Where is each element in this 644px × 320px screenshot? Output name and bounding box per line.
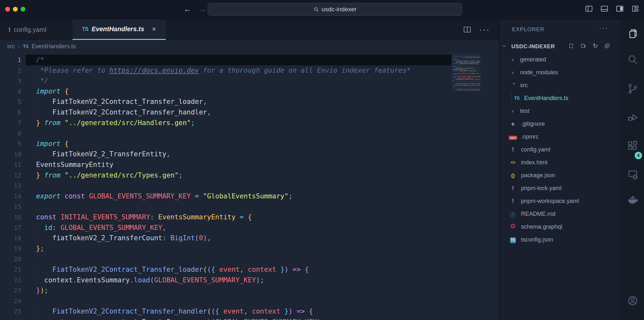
tree-item-label: generated xyxy=(520,56,546,63)
search-activity-icon[interactable] xyxy=(627,54,639,65)
toggle-panel-icon[interactable] xyxy=(600,5,609,13)
code-line[interactable]: 15 xyxy=(0,201,499,212)
code-line[interactable]: 21 FiatTokenV2_2Contract_Transfer_loader… xyxy=(0,264,499,275)
code-line[interactable]: 20 xyxy=(0,254,499,264)
close-window-button[interactable] xyxy=(5,7,10,12)
tree-indent-guide xyxy=(511,92,512,105)
code-line[interactable]: 6 FiatTokenV2_2Contract_Transfer_handler… xyxy=(0,107,499,118)
tab-label: EventHandlers.ts xyxy=(91,25,144,33)
editor-area: ! config.yaml TS EventHandlers.ts × ··· … xyxy=(0,19,499,320)
code-line[interactable]: 11EventsSummaryEntity xyxy=(0,160,499,170)
tree-item-package-json[interactable]: {}package.json xyxy=(500,169,621,182)
tree-item-src[interactable]: ›src xyxy=(500,79,621,92)
line-number: 21 xyxy=(0,264,21,275)
line-number: 6 xyxy=(0,107,21,118)
tree-item-config-yaml[interactable]: !config.yaml xyxy=(500,143,621,156)
line-number: 10 xyxy=(0,149,21,160)
collapse-folders-icon[interactable] xyxy=(604,43,610,49)
toggle-secondary-sidebar-icon[interactable] xyxy=(616,5,624,13)
toggle-primary-sidebar-icon[interactable] xyxy=(585,5,593,13)
tree-item-tsconfig-json[interactable]: TStsconfig.json xyxy=(500,233,621,246)
code-line[interactable]: 7} from "../generated/src/Handlers.gen"; xyxy=(0,118,499,128)
tree-item-generated[interactable]: ›generated xyxy=(500,53,621,66)
extensions-badge: 4 xyxy=(635,152,642,159)
extensions-activity-icon[interactable] xyxy=(627,140,639,151)
code-line[interactable]: 25 FiatTokenV2_2Contract_Transfer_handle… xyxy=(0,306,499,317)
tab-config-yaml[interactable]: ! config.yaml xyxy=(8,19,46,40)
explorer-activity-icon[interactable] xyxy=(627,28,639,40)
line-number: 11 xyxy=(0,160,21,170)
minimap[interactable]: /* *Please refer to https://docs.envio.d… xyxy=(451,53,480,91)
tree-item-pnpm-lock-yaml[interactable]: !pnpm-lock.yaml xyxy=(500,182,621,195)
code-line[interactable]: 17 id: GLOBAL_EVENTS_SUMMARY_KEY, xyxy=(0,223,499,233)
code-line[interactable]: 4import { xyxy=(0,86,499,97)
code-line[interactable]: 1/* xyxy=(0,55,499,65)
remote-explorer-activity-icon[interactable] xyxy=(627,169,639,180)
code-text: */ xyxy=(36,76,48,86)
code-line[interactable]: 10 FiatTokenV2_2_TransferEntity, xyxy=(0,149,499,160)
npm-icon: npm xyxy=(510,133,516,140)
docker-activity-icon[interactable] xyxy=(627,194,639,205)
code-line[interactable]: 14export const GLOBAL_EVENTS_SUMMARY_KEY… xyxy=(0,191,499,202)
chevron-right-icon: › xyxy=(512,56,517,63)
tree-item-label: EventHandlers.ts xyxy=(524,95,568,102)
tree-item-node-modules[interactable]: ›node_modules xyxy=(500,66,621,79)
code-line[interactable]: 9import { xyxy=(0,139,499,149)
code-text: FiatTokenV2_2Contract_Transfer_handler, xyxy=(36,107,211,118)
code-line[interactable]: 26 const summary = context.EventsSummary… xyxy=(0,317,499,320)
code-line[interactable]: 22 context.EventsSummary.load(GLOBAL_EVE… xyxy=(0,275,499,286)
tree-item-label: README.md xyxy=(521,211,555,217)
project-root-row[interactable]: › USDC-INDEXER ↻ xyxy=(500,41,621,53)
code-line[interactable]: 12} from "../generated/src/Types.gen"; xyxy=(0,170,499,181)
markdown-info-icon: i xyxy=(510,211,516,217)
editor-more-actions-icon[interactable]: ··· xyxy=(479,25,490,34)
explorer-more-actions-icon[interactable]: ··· xyxy=(599,24,608,32)
code-text: const summary = context.EventsSummary.ge… xyxy=(36,317,325,320)
breadcrumb-file[interactable]: EventHandlers.ts xyxy=(32,43,76,50)
source-control-activity-icon[interactable] xyxy=(627,83,639,95)
code-editor[interactable]: 1/*2 *Please refer to https://docs.envio… xyxy=(0,53,499,320)
new-file-icon[interactable] xyxy=(569,43,574,49)
minimize-window-button[interactable] xyxy=(13,7,18,12)
account-activity-icon[interactable] xyxy=(627,295,639,306)
tree-item-schema-graphql[interactable]: schema.graphql xyxy=(500,220,621,233)
split-editor-icon[interactable] xyxy=(463,26,471,33)
code-line[interactable]: 23}); xyxy=(0,285,499,296)
code-line[interactable]: 3 */ xyxy=(0,76,499,86)
line-number: 4 xyxy=(0,86,21,97)
activity-bar: 4 xyxy=(621,19,644,320)
run-debug-activity-icon[interactable] xyxy=(627,112,639,123)
tab-eventhandlers-ts[interactable]: TS EventHandlers.ts × xyxy=(72,19,166,40)
tree-item--npmrc[interactable]: npm.npmrc xyxy=(500,130,621,143)
line-number: 20 xyxy=(0,254,21,264)
tree-item--gitignore[interactable]: ◆.gitignore xyxy=(500,117,621,130)
code-line[interactable]: 16const INITIAL_EVENTS_SUMMARY: EventsSu… xyxy=(0,212,499,223)
code-line[interactable]: 13 xyxy=(0,180,499,191)
navigate-back-button[interactable]: ← xyxy=(184,5,191,14)
tree-item-readme-md[interactable]: iREADME.md xyxy=(500,207,621,220)
tsconfig-icon: TS xyxy=(510,237,516,243)
code-line[interactable]: 5 FiatTokenV2_2Contract_Transfer_loader, xyxy=(0,96,499,107)
code-line[interactable]: 24 xyxy=(0,296,499,306)
breadcrumb-separator: › xyxy=(18,43,20,49)
new-folder-icon[interactable] xyxy=(581,43,586,49)
close-tab-icon[interactable]: × xyxy=(152,25,156,33)
search-icon xyxy=(313,6,319,12)
code-line[interactable]: 2 *Please refer to https://docs.envio.de… xyxy=(0,65,499,76)
tree-item-pnpm-workspace-yaml[interactable]: !pnpm-workspace.yaml xyxy=(500,195,621,207)
zoom-window-button[interactable] xyxy=(21,7,25,12)
navigate-forward-button[interactable]: → xyxy=(199,5,207,14)
code-line[interactable]: 8 xyxy=(0,128,499,139)
command-center-search[interactable]: usdc-indexer xyxy=(208,3,462,16)
tree-item-index-html[interactable]: <>index.html xyxy=(500,156,621,169)
code-line[interactable]: 19}; xyxy=(0,243,499,254)
refresh-explorer-icon[interactable]: ↻ xyxy=(593,43,598,49)
tree-item-eventhandlers-ts[interactable]: TSEventHandlers.ts xyxy=(500,92,621,105)
breadcrumb-folder[interactable]: src xyxy=(7,43,15,50)
line-number: 22 xyxy=(0,275,21,286)
yaml-icon: ! xyxy=(8,26,11,33)
tree-item-test[interactable]: ›test xyxy=(500,105,621,117)
customize-layout-icon[interactable] xyxy=(631,5,639,13)
tree-item-label: test xyxy=(520,108,529,114)
code-line[interactable]: 18 fiatTokenV2_2_TransferCount: BigInt(0… xyxy=(0,233,499,243)
